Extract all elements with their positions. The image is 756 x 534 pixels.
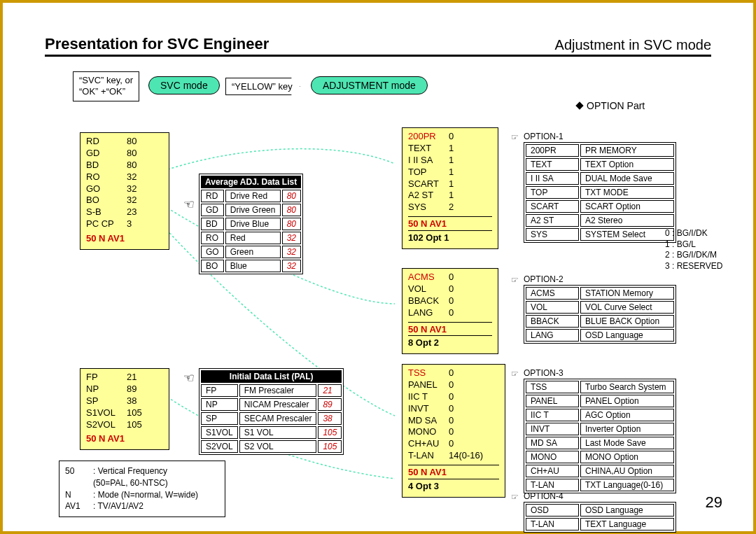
hand-pointer-icon: ☞	[511, 275, 519, 285]
legend-box: 50: Vertical Frequency (50=PAL, 60-NTSC)…	[59, 461, 225, 517]
ybox-drive: RD80 GD80 BD80 RO32 GO32 BO32 S-B23 PC C…	[80, 132, 169, 250]
flow-key-hint-line1: “SVC” key, or	[79, 75, 133, 86]
table-option-4: OSDOSD Language T-LANTEXT Language	[524, 502, 676, 533]
ybox-opt1-label: 102 Opt 1	[408, 230, 492, 244]
table-initial-data-title: Initial Data List (PAL)	[201, 370, 342, 383]
table-average-adj-title: Average ADJ. Data List	[201, 176, 301, 188]
hand-pointer-icon: ☞	[511, 369, 519, 379]
page: Presentation for SVC Engineer Adjustment…	[0, 0, 756, 534]
hand-pointer-icon: ☞	[511, 132, 519, 142]
adjustment-mode-bubble: ADJUSTMENT mode	[311, 76, 428, 94]
table-option-2: ACMSSTATION Memory VOLVOL Curve Select B…	[524, 285, 676, 344]
flow-key-hint: “SVC” key, or “OK” +“OK”	[73, 71, 139, 101]
option-1-label: OPTION-1	[524, 132, 564, 141]
ybox-prescaler-status: 50 N AV1	[86, 432, 163, 445]
flow-key-hint-line2: “OK” +“OK”	[79, 86, 133, 97]
option-3-label: OPTION-3	[524, 368, 564, 378]
ybox-opt2-label: 8 Opt 2	[408, 335, 492, 349]
table-option-3: TSSTurbo Search System PANELPANEL Option…	[524, 379, 676, 493]
section-option-part: OPTION Part	[577, 100, 645, 111]
page-title-right: Adjustment in SVC mode	[555, 37, 711, 53]
page-title-left: Presentation for SVC Engineer	[45, 35, 269, 53]
page-number: 29	[706, 493, 722, 512]
ybox-drive-status: 50 N AV1	[86, 232, 163, 245]
ybox-prescaler: FP21 NP89 SP38 S1VOL105 S2VOL105 50 N AV…	[80, 368, 169, 450]
hand-pointer-icon: ☞	[183, 370, 195, 386]
option-4-label: OPTION-4	[524, 491, 564, 501]
option-2-label: OPTION-2	[524, 274, 564, 284]
hand-pointer-icon: ☞	[511, 492, 519, 502]
sys-key-legend: 0 : BG/I/DK 1 : BG/L 2 : BG/I/DK/M 3 : R…	[665, 228, 722, 272]
table-initial-data: Initial Data List (PAL) FPFM Prescaler21…	[199, 368, 344, 455]
ybox-opt1: 200PR0 TEXT1 I II SA1 TOP1 SCART1 A2 ST1…	[402, 127, 498, 249]
svc-mode-bubble: SVC mode	[148, 76, 220, 94]
table-option-1: 200PRPR MEMORY TEXTTEXT Option I II SADU…	[524, 142, 676, 243]
ybox-opt3: TSS0 PANEL0 IIC T0 INVT0 MD SA0 MONO0 CH…	[402, 364, 505, 498]
table-average-adj: Average ADJ. Data List RDDrive Red80 GDD…	[199, 174, 303, 274]
ybox-opt2-status: 50 N AV1	[408, 322, 492, 336]
ybox-opt3-label: 4 Opt 3	[408, 479, 499, 493]
ybox-opt3-status: 50 N AV1	[408, 465, 499, 479]
ybox-opt1-status: 50 N AV1	[408, 216, 492, 230]
diamond-icon	[575, 101, 583, 109]
title-bar: Presentation for SVC Engineer Adjustment…	[45, 28, 711, 57]
ybox-opt2: ACMS0 VOL0 BBACK0 LANG0 50 N AV1 8 Opt 2	[402, 268, 498, 354]
yellow-key-arrow: “YELLOW” key	[225, 78, 300, 95]
hand-pointer-icon: ☞	[183, 197, 195, 212]
